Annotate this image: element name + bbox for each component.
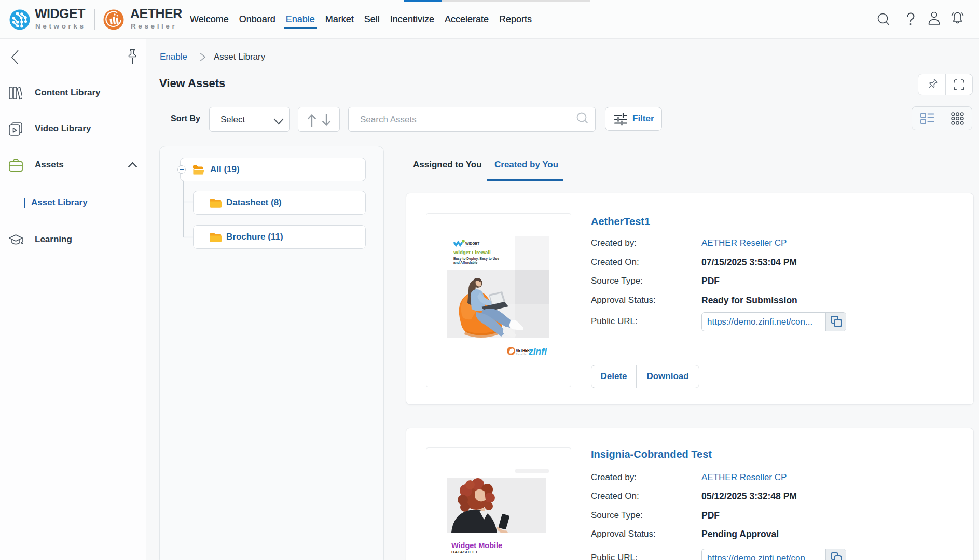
svg-text:WIDGET: WIDGET xyxy=(465,242,480,245)
svg-text:AETHER: AETHER xyxy=(516,348,530,352)
svg-text:Reseller: Reseller xyxy=(516,353,528,355)
svg-text:and Affordable: and Affordable xyxy=(453,261,478,264)
svg-text:zinfi: zinfi xyxy=(528,346,547,357)
svg-text:Widget Firewall: Widget Firewall xyxy=(453,249,491,255)
svg-text:Easy to Deploy, Easy to Use: Easy to Deploy, Easy to Use xyxy=(453,257,499,261)
